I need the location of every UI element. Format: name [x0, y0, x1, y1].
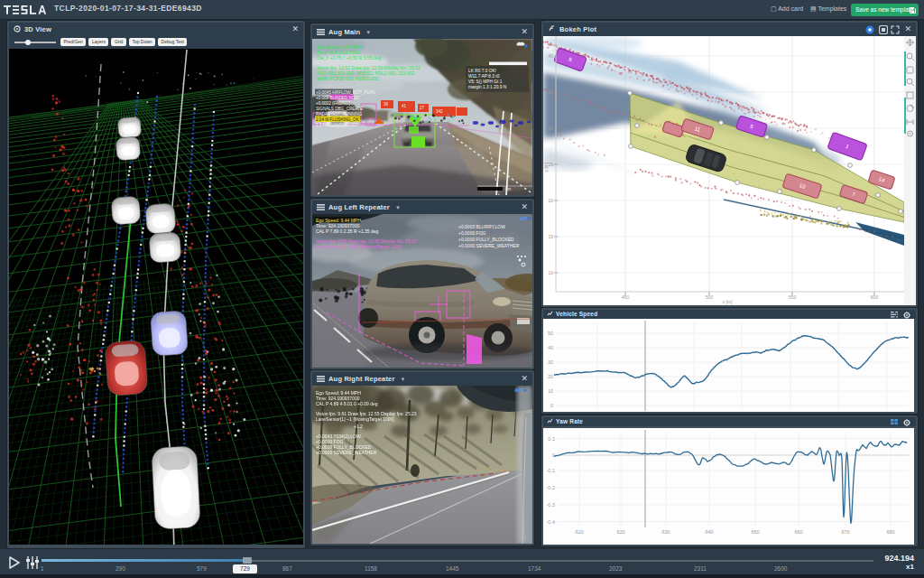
svg-text:LaneSensor[1] --1932 [MovingTa: LaneSensor[1] --1932 [MovingTarget 1000] — [316, 244, 402, 249]
svg-text:342: 342 — [436, 109, 443, 114]
svg-text:0m: 0m — [505, 187, 512, 191]
svg-text:?: ? — [909, 132, 911, 137]
svg-text:-0.3: -0.3 — [547, 502, 555, 508]
svg-text:-0.4: -0.4 — [547, 519, 555, 525]
svg-text:+0.0002 (FADING): +0.0002 (FADING) — [316, 101, 351, 106]
svg-text:AP: AP — [520, 216, 527, 221]
svg-text:y [m]: y [m] — [543, 162, 549, 172]
svg-text:margin 1.3 1 20.9 N: margin 1.3 1 20.9 N — [468, 85, 507, 89]
svg-text:640: 640 — [705, 529, 713, 535]
svg-text:V5: S() MPH Gt 1: V5: S() MPH Gt 1 — [468, 79, 503, 84]
svg-text:+0.0000 SEVERE_WEATHER: +0.0000 SEVERE_WEATHER — [316, 450, 377, 455]
svg-text:LaneSensor[1] --1 [MovingTarge: LaneSensor[1] --1 [MovingTarget 1000] — [316, 416, 394, 422]
svg-text:30: 30 — [548, 126, 553, 131]
svg-text:10: 10 — [548, 388, 553, 394]
svg-text:20: 20 — [548, 198, 553, 203]
svg-text:CAL P 7.89 0 2.35 R +1.35 deg: CAL P 7.89 0 2.35 R +1.35 deg — [316, 228, 379, 234]
svg-text:0.1: 0.1 — [548, 436, 555, 442]
svg-text:Ego Speed: 9.44 MPH: Ego Speed: 9.44 MPH — [316, 218, 361, 223]
svg-text:1.37 M CONTROLLED: 1.37 M CONTROLLED — [316, 123, 358, 127]
svg-text:50: 50 — [548, 331, 553, 336]
svg-text:630: 630 — [661, 529, 670, 535]
svg-text:680: 680 — [886, 529, 894, 535]
svg-text:670: 670 — [841, 529, 849, 535]
svg-text:0: 0 — [552, 452, 555, 458]
svg-text:AP: AP — [514, 387, 522, 393]
svg-text:660: 660 — [794, 529, 802, 535]
svg-text:36: 36 — [383, 102, 389, 107]
svg-text:+0.0000 FULLY_BLOCKED: +0.0000 FULLY_BLOCKED — [458, 237, 514, 242]
svg-text:CAL P 4.89 4 9.01 0 +0.09 deg: CAL P 4.89 4 9.01 0 +0.09 deg — [316, 401, 378, 406]
svg-text:610: 610 — [575, 529, 583, 535]
svg-text:WRN: FCP25-002, FSP20-002: WRN: FCP25-002, FSP20-002 — [317, 76, 379, 81]
svg-text:25: 25 — [548, 162, 553, 167]
svg-text:41: 41 — [402, 104, 407, 108]
svg-text:SIGNALS DBG_CREATE: SIGNALS DBG_CREATE — [316, 107, 363, 111]
svg-text:620: 620 — [616, 529, 624, 535]
svg-text:15: 15 — [548, 234, 553, 239]
svg-text:+0.0000 SEVERE_WEATHER: +0.0000 SEVERE_WEATHER — [458, 243, 520, 248]
svg-text:W11.7 AP:8.3 t0: W11.7 AP:8.3 t0 — [468, 74, 500, 79]
svg-text:35: 35 — [548, 89, 553, 95]
svg-text:+0.009 BLINDED,NO17: +0.009 BLINDED,NO17 — [316, 96, 360, 100]
svg-text:LK R0 7.0 OK!: LK R0 7.0 OK! — [468, 69, 496, 73]
svg-text:30: 30 — [548, 359, 553, 365]
svg-text:RADAR NOT_RUNNING: RADAR NOT_RUNNING — [316, 112, 362, 117]
svg-text:-0.2: -0.2 — [547, 485, 555, 490]
svg-text:40: 40 — [548, 53, 553, 59]
svg-text:+0.0003 BLURRY,LOW: +0.0003 BLURRY,LOW — [458, 224, 505, 229]
svg-text:2.04 M FLUSHING_OK: 2.04 M FLUSHING_OK — [316, 117, 360, 122]
svg-text:650: 650 — [751, 529, 759, 535]
svg-text:-0.1: -0.1 — [547, 468, 555, 473]
svg-text:27: 27 — [420, 106, 425, 110]
svg-text:+1.2: +1.2 — [354, 424, 363, 429]
svg-text:+0.0045 AIRFLOW_NOT_PLAN: +0.0045 AIRFLOW_NOT_PLAN — [316, 90, 375, 95]
svg-text:+0.0000 FOG: +0.0000 FOG — [458, 230, 486, 236]
svg-text:0: 0 — [550, 403, 553, 408]
svg-text:20: 20 — [548, 374, 553, 379]
svg-text:40: 40 — [548, 345, 553, 350]
svg-text:Cte_f: +1.75 l: +0.50 R 3.55 d: Cte_f: +1.75 l: +0.50 R 3.55 deg — [317, 55, 381, 61]
svg-text:10: 10 — [548, 270, 553, 275]
svg-text:x [m]: x [m] — [723, 299, 733, 304]
